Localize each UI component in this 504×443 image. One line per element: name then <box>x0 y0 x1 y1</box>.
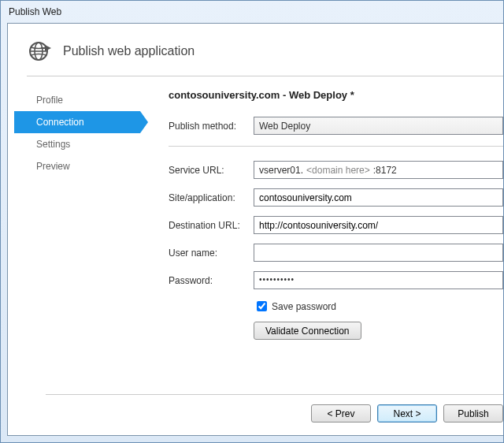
row-validate: Validate Connection <box>254 322 503 340</box>
nav-item-settings[interactable]: Settings <box>14 133 140 155</box>
validate-connection-button[interactable]: Validate Connection <box>254 322 361 340</box>
password-masked: •••••••••• <box>259 275 295 284</box>
label-service-url: Service URL: <box>169 165 254 176</box>
publish-method-select[interactable]: Web Deploy <box>254 117 503 135</box>
row-save-password: Save password <box>254 299 503 314</box>
username-input[interactable] <box>254 244 503 262</box>
row-publish-method: Publish method: Web Deploy <box>169 117 503 135</box>
label-password: Password: <box>169 275 254 286</box>
dialog-footer: < Prev Next > Publish <box>46 394 503 423</box>
label-publish-method: Publish method: <box>169 121 254 132</box>
client-area: Publish web application Profile Connecti… <box>7 23 503 436</box>
publish-method-value: Web Deploy <box>259 121 310 132</box>
window-titlebar[interactable]: Publish Web <box>1 1 503 23</box>
nav-item-preview[interactable]: Preview <box>14 155 140 177</box>
label-site-app: Site/application: <box>169 192 254 203</box>
window-title: Publish Web <box>9 6 61 17</box>
profile-title: contosouniversity.com - Web Deploy * <box>169 89 503 101</box>
dialog-body: Profile Connection Settings Preview cont… <box>8 76 503 348</box>
main-panel: contosouniversity.com - Web Deploy * Pub… <box>140 89 503 348</box>
row-site-app: Site/application: <box>169 188 503 207</box>
nav-sidebar: Profile Connection Settings Preview <box>14 89 140 348</box>
site-app-input[interactable] <box>254 188 503 207</box>
row-password: Password: •••••••••• <box>169 271 503 289</box>
label-dest-url: Destination URL: <box>169 220 254 231</box>
dialog-header: Publish web application <box>8 24 503 76</box>
dialog-title: Publish web application <box>63 44 195 58</box>
row-service-url: Service URL: vserver01. <domain here> :8… <box>169 161 503 179</box>
publish-button[interactable]: Publish <box>443 404 503 423</box>
row-dest-url: Destination URL: <box>169 216 503 234</box>
save-password-label: Save password <box>272 301 336 312</box>
label-username: User name: <box>169 248 254 259</box>
next-button[interactable]: Next > <box>377 404 437 423</box>
row-username: User name: <box>169 244 503 262</box>
nav-item-profile[interactable]: Profile <box>14 89 140 111</box>
save-password-checkbox[interactable] <box>257 301 267 311</box>
service-url-prefix: vserver01. <box>259 165 303 176</box>
prev-button[interactable]: < Prev <box>311 404 371 423</box>
window-frame: Publish Web Publish web application Prof… <box>0 0 504 443</box>
service-url-input[interactable]: vserver01. <domain here> :8172 <box>254 161 503 179</box>
globe-publish-icon <box>27 38 54 65</box>
nav-item-connection[interactable]: Connection <box>14 111 140 133</box>
dest-url-input[interactable] <box>254 216 503 234</box>
password-input[interactable]: •••••••••• <box>254 271 503 289</box>
service-url-suffix: :8172 <box>373 165 397 176</box>
service-url-hint: <domain here> <box>306 165 370 176</box>
section-divider <box>169 146 503 147</box>
